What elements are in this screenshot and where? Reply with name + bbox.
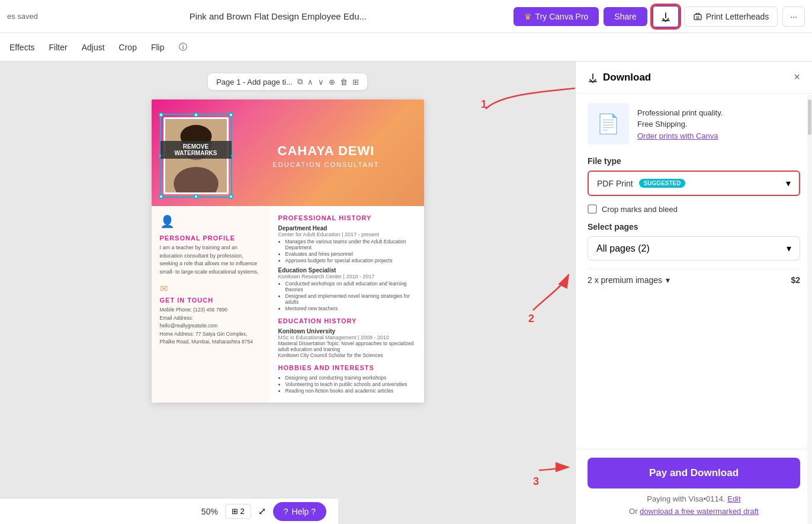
handle-top-left[interactable] [159, 112, 163, 117]
expand-button[interactable]: ⤢ [258, 506, 266, 517]
edu-history-title: EDUCATION HISTORY [278, 317, 416, 324]
watermark-badge[interactable]: REMOVE WATERMARKS [161, 141, 232, 159]
panel-footer: Pay and Download Paying with Visa•0114. … [576, 449, 812, 524]
select-pages-chevron: ▾ [787, 243, 791, 254]
premium-label: 2 x premium images ▾ [588, 275, 670, 285]
page-down-icon[interactable]: ∨ [318, 78, 324, 86]
edu1-degree: MSc in Educational Management | 2008 - 2… [278, 335, 416, 340]
file-type-select[interactable]: PDF Print SUGGESTED ▾ [588, 171, 800, 196]
filter-tool[interactable]: Filter [49, 43, 68, 52]
job1-org: Center for Adult Education | 2017 - pres… [278, 232, 416, 237]
resume-name: CAHAYA DEWI [240, 143, 412, 159]
resume-body: 👤 PERSONAL PROFILE I am a teacher by tra… [152, 206, 424, 403]
resume-name-area: CAHAYA DEWI EDUCATION CONSULTANT [240, 143, 412, 168]
promo-line2: Free Shipping. [637, 118, 723, 130]
file-type-chevron: ▾ [786, 178, 791, 189]
order-prints-link[interactable]: Order prints with Canva [637, 131, 718, 140]
premium-price: $2 [791, 275, 800, 285]
page-duplicate-icon[interactable]: ⧉ [297, 77, 303, 86]
resume-job-title: EDUCATION CONSULTANT [240, 161, 412, 168]
crop-marks-row: Crop marks and bleed [588, 204, 800, 214]
edu1-thesis: Masteral Dissertation Topic: Novel appro… [278, 340, 416, 352]
crop-marks-label: Crop marks and bleed [602, 205, 678, 214]
crop-tool[interactable]: Crop [119, 43, 137, 52]
hobby-2: Volunteering to teach in public schools … [285, 381, 416, 387]
email-value: hello@reallygreatsite.com [160, 322, 262, 330]
handle-top-mid[interactable] [194, 112, 198, 117]
panel-close-button[interactable]: × [794, 71, 800, 83]
panel-scrollbar[interactable] [807, 95, 812, 524]
mobile-phone: Mobile Phone: (123) 456 7890 [160, 306, 262, 314]
page-count-button[interactable]: ⊞ 2 [225, 504, 251, 519]
adjust-tool[interactable]: Adjust [82, 43, 105, 52]
free-draft-link[interactable]: download a free watermarked draft [640, 507, 759, 516]
job2-bullet-3: Mentored new teachers [285, 306, 416, 311]
edu1-scholar: Konitown City Council Scholar for the Sc… [278, 352, 416, 358]
paying-with-text: Paying with Visa•0114. [647, 494, 725, 503]
handle-bottom-left[interactable] [159, 194, 163, 199]
header: es saved Pink and Brown Flat Design Empl… [0, 0, 812, 33]
saved-status: es saved [7, 12, 38, 21]
get-in-touch: ✉ GET IN TOUCH Mobile Phone: (123) 456 7… [160, 283, 262, 346]
edit-payment-link[interactable]: Edit [727, 494, 740, 503]
job1-bullet-2: Evaluates and hires personnel [285, 251, 416, 257]
job2-org: Konitown Research Center | 2010 - 2017 [278, 274, 416, 279]
print-preview-image: 📄 [588, 103, 629, 144]
page-add-icon[interactable]: ⊞ [352, 78, 359, 86]
crop-marks-checkbox[interactable] [588, 204, 597, 214]
page-delete-icon[interactable]: 🗑 [340, 78, 348, 86]
share-button[interactable]: Share [604, 7, 647, 26]
premium-chevron[interactable]: ▾ [666, 275, 670, 285]
svg-text:2: 2 [528, 313, 534, 324]
resume-header: REMOVE WATERMARKS CAHAYA DEWI [152, 99, 424, 206]
page-label: Page 1 - Add page ti... [216, 78, 293, 86]
personal-profile-heading: PERSONAL PROFILE [160, 234, 262, 242]
panel-header: Download × [576, 62, 812, 94]
job2-bullet-1: Conducted workshops on adult education a… [285, 281, 416, 292]
select-pages-dropdown[interactable]: All pages (2) ▾ [588, 236, 800, 261]
effects-tool[interactable]: Effects [9, 43, 35, 52]
job2-bullet-2: Designed and implemented novel learning … [285, 293, 416, 305]
job1-bullet-3: Approves budgets for special education p… [285, 258, 416, 263]
select-pages-value: All pages (2) [596, 243, 650, 254]
personal-profile-icon: 👤 [160, 214, 175, 229]
hobby-1: Designing and conducting training worksh… [285, 375, 416, 381]
svg-text:3: 3 [533, 475, 539, 487]
edu1-school: Konitown University [278, 328, 416, 335]
page-bar: Page 1 - Add page ti... ⧉ ∧ ∨ ⊕ 🗑 ⊞ [208, 73, 367, 90]
get-in-touch-heading: GET IN TOUCH [160, 297, 262, 304]
help-button[interactable]: ? Help ? [273, 502, 326, 521]
suggested-badge: SUGGESTED [639, 179, 686, 188]
premium-images-row: 2 x premium images ▾ $2 [588, 269, 800, 291]
panel-title: Download [588, 72, 794, 83]
envelope-icon: ✉ [160, 283, 168, 294]
document-title: Pink and Brown Flat Design Employee Edu.… [43, 11, 513, 21]
address: Home Address: 77 Satya Giri Complex, Pha… [160, 330, 262, 346]
personal-profile-text: I am a teacher by training and an educat… [160, 244, 262, 276]
email-label: Email Address: [160, 314, 262, 323]
handle-bottom-mid[interactable] [194, 194, 198, 199]
file-type-label: File type [588, 156, 800, 166]
try-canva-pro-button[interactable]: ♛ Try Canva Pro [513, 7, 599, 26]
help-icon: ? [284, 507, 288, 516]
hobby-3: Reading non-fiction books and academic a… [285, 388, 416, 394]
more-options-button[interactable]: ··· [782, 7, 805, 27]
svg-text:1: 1 [481, 98, 487, 110]
handle-bottom-right[interactable] [229, 194, 233, 199]
print-promo: 📄 Professional print quality. Free Shipp… [588, 103, 800, 144]
page-up-icon[interactable]: ∧ [307, 78, 313, 86]
pay-and-download-button[interactable]: Pay and Download [588, 458, 800, 488]
flip-tool[interactable]: Flip [151, 43, 165, 52]
print-letterheads-button[interactable]: Print Letterheads [684, 7, 778, 27]
download-button[interactable] [652, 5, 679, 28]
job1-title: Department Head [278, 225, 416, 232]
resume-left-col: 👤 PERSONAL PROFILE I am a teacher by tra… [152, 206, 270, 403]
handle-top-right[interactable] [229, 112, 233, 117]
panel-body: 📄 Professional print quality. Free Shipp… [576, 94, 812, 449]
info-icon[interactable]: ⓘ [179, 42, 187, 53]
job1-bullet-1: Manages the various teams under the Adul… [285, 239, 416, 250]
download-panel-icon [588, 72, 598, 83]
job2-bullets: Conducted workshops on adult education a… [278, 281, 416, 311]
payment-info: Paying with Visa•0114. Edit [588, 494, 800, 503]
page-copy-icon[interactable]: ⊕ [329, 78, 335, 86]
